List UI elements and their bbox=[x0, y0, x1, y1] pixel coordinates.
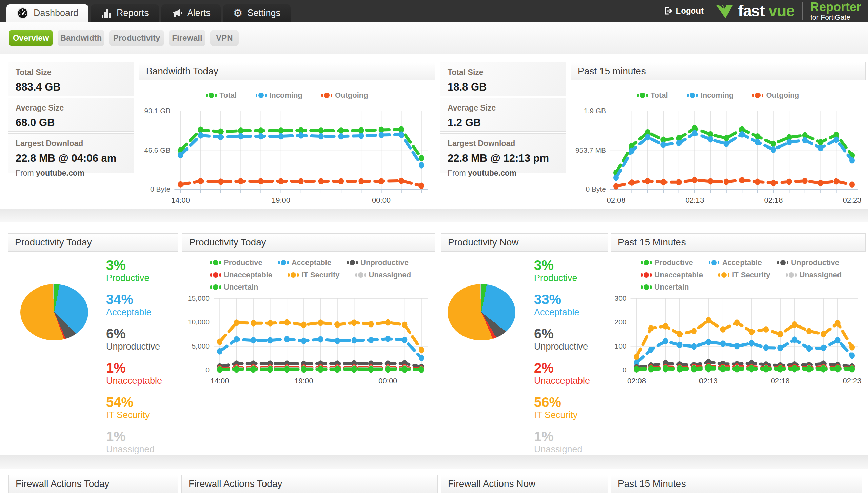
stat-largest-download-today: Largest Download 22.8 MB @ 04:06 am From… bbox=[8, 133, 134, 173]
legend-item[interactable]: Uncertain bbox=[210, 283, 258, 291]
svg-text:14:00: 14:00 bbox=[171, 196, 190, 205]
panel-title: Firewall Actions Now bbox=[448, 478, 535, 489]
legend-marker-icon bbox=[786, 272, 797, 278]
legend-marker-icon bbox=[752, 93, 763, 98]
legend-marker-icon bbox=[288, 272, 299, 278]
legend-label: Incoming bbox=[269, 91, 303, 100]
legend-item[interactable]: Productive bbox=[210, 258, 263, 267]
legend-label: IT Security bbox=[302, 270, 340, 279]
productivity-stat-label: Unacceptable bbox=[534, 376, 605, 386]
legend-label: Unacceptable bbox=[224, 270, 272, 279]
legend-item[interactable]: Productive bbox=[641, 258, 693, 267]
legend-productivity-today: Productive Acceptable Unproductive Unacc… bbox=[210, 258, 434, 291]
legend-label: Productive bbox=[224, 258, 263, 267]
subnav-firewall[interactable]: Firewall bbox=[169, 30, 206, 46]
tab-reports[interactable]: Reports bbox=[91, 4, 159, 22]
fastvue-logo: fastvue Reporter for FortiGate bbox=[715, 1, 861, 21]
stat-label: Average Size bbox=[447, 103, 565, 113]
panel-title: Productivity Now bbox=[448, 237, 519, 248]
tab-settings[interactable]: ⚙ Settings bbox=[223, 4, 291, 22]
subnav-bandwidth[interactable]: Bandwidth bbox=[58, 30, 104, 46]
tab-alerts[interactable]: Alerts bbox=[161, 4, 221, 22]
stat-label: Largest Download bbox=[16, 139, 134, 148]
legend-item[interactable]: Unacceptable bbox=[641, 270, 703, 279]
legend-item[interactable]: Unassigned bbox=[786, 270, 842, 279]
svg-text:200: 200 bbox=[614, 318, 626, 326]
svg-text:19:00: 19:00 bbox=[272, 196, 290, 205]
productivity-now-pie bbox=[447, 284, 515, 340]
legend-marker-icon bbox=[641, 284, 652, 290]
svg-text:02:18: 02:18 bbox=[771, 377, 790, 385]
legend-item[interactable]: Uncertain bbox=[641, 283, 689, 291]
productivity-stat-value: 56% bbox=[534, 395, 605, 410]
stat-label: Largest Download bbox=[447, 139, 565, 148]
legend-label: Acceptable bbox=[292, 258, 331, 267]
legend-label: Uncertain bbox=[654, 283, 689, 291]
productivity-stat-label: IT Security bbox=[106, 410, 177, 420]
legend-item[interactable]: Unproductive bbox=[347, 258, 409, 267]
panel-title: Past 15 Minutes bbox=[618, 237, 686, 248]
logout-button[interactable]: Logout bbox=[663, 6, 703, 16]
legend-item[interactable]: Outgoing bbox=[752, 91, 799, 100]
legend-item[interactable]: Acceptable bbox=[278, 258, 331, 267]
legend-bandwidth-today: Total Incoming Outgoing bbox=[139, 91, 435, 100]
productivity-stat-value: 33% bbox=[534, 292, 605, 307]
legend-item[interactable]: Outgoing bbox=[322, 91, 368, 100]
legend-item[interactable]: Total bbox=[206, 91, 237, 100]
legend-marker-icon bbox=[210, 272, 221, 278]
legend-item[interactable]: Unassigned bbox=[355, 270, 411, 279]
productivity-now-breakdown: 3% Productive 33% Acceptable 6% Unproduc… bbox=[534, 258, 605, 463]
stat-label: Average Size bbox=[16, 103, 134, 113]
subnav-vpn[interactable]: VPN bbox=[210, 30, 239, 46]
legend-item[interactable]: Total bbox=[637, 91, 668, 100]
productivity-stat: 34% Acceptable bbox=[106, 292, 177, 317]
productivity-stat-label: Acceptable bbox=[106, 307, 177, 317]
legend-marker-icon bbox=[687, 93, 698, 98]
brand-vue: vue bbox=[769, 2, 794, 20]
legend-marker-icon bbox=[709, 260, 719, 265]
legend-item[interactable]: IT Security bbox=[288, 270, 340, 279]
panel-title: Productivity Today bbox=[15, 237, 92, 248]
svg-text:02:23: 02:23 bbox=[843, 377, 861, 385]
productivity-today-chart: 15,00010,0005,000014:0019:0000:00 bbox=[182, 291, 435, 387]
legend-productivity-past15: Productive Acceptable Unproductive Unacc… bbox=[641, 258, 865, 291]
productivity-stat: 1% Unacceptable bbox=[106, 360, 177, 386]
legend-item[interactable]: IT Security bbox=[718, 270, 770, 279]
legend-item[interactable]: Incoming bbox=[256, 91, 303, 100]
panel-title: Past 15 Minutes bbox=[618, 478, 686, 489]
legend-item[interactable]: Unacceptable bbox=[210, 270, 272, 279]
stat-from-domain: youtube.com bbox=[468, 169, 516, 177]
productivity-past15-chart: 300200100002:0802:1302:1802:23 bbox=[611, 291, 866, 387]
bar-chart-icon bbox=[101, 8, 112, 18]
legend-label: Uncertain bbox=[224, 283, 258, 291]
panel-title: Productivity Today bbox=[189, 237, 266, 248]
productivity-stat: 1% Unassigned bbox=[106, 429, 177, 454]
productivity-stat-value: 3% bbox=[534, 258, 605, 273]
svg-text:953.7 MB: 953.7 MB bbox=[575, 146, 606, 154]
legend-marker-icon bbox=[637, 93, 648, 98]
legend-item[interactable]: Unproductive bbox=[777, 258, 839, 267]
productivity-stat-value: 54% bbox=[106, 395, 177, 410]
svg-text:0 Byte: 0 Byte bbox=[585, 185, 606, 193]
legend-item[interactable]: Acceptable bbox=[709, 258, 762, 267]
subnav-overview[interactable]: Overview bbox=[9, 30, 53, 46]
tab-label: Settings bbox=[247, 8, 281, 18]
legend-item[interactable]: Incoming bbox=[687, 91, 734, 100]
productivity-stat-label: IT Security bbox=[534, 410, 605, 420]
productivity-stat-label: Unassigned bbox=[106, 444, 177, 454]
tab-dashboard[interactable]: Dashboard bbox=[6, 4, 89, 22]
stat-average-size-today: Average Size 68.0 GB bbox=[8, 98, 134, 132]
main-tabs: Dashboard Reports Alerts ⚙ Settings bbox=[0, 0, 291, 22]
section-divider bbox=[0, 209, 868, 223]
svg-text:300: 300 bbox=[614, 294, 626, 302]
productivity-stat: 2% Unacceptable bbox=[534, 360, 605, 386]
productivity-stat: 3% Productive bbox=[106, 258, 177, 283]
subnav-productivity[interactable]: Productivity bbox=[109, 30, 164, 46]
bandwidth-past15-chart: 1.9 GB953.7 MB0 Byte02:0802:1302:1802:23 bbox=[571, 103, 866, 207]
stat-value: 18.8 GB bbox=[447, 81, 565, 93]
logout-label: Logout bbox=[676, 6, 703, 16]
productivity-stat-value: 6% bbox=[534, 326, 605, 341]
stat-largest-download-now: Largest Download 22.8 MB @ 12:13 pm From… bbox=[440, 133, 566, 173]
panel-title: Firewall Actions Today bbox=[16, 478, 110, 489]
legend-marker-icon bbox=[641, 272, 652, 278]
